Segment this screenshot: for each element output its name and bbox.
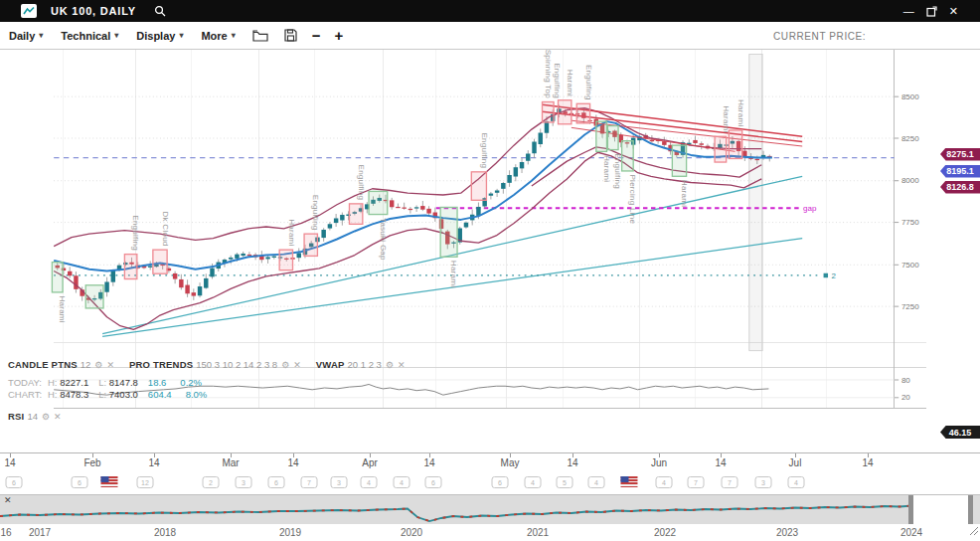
calendar-event-icon[interactable]: 7 (688, 476, 705, 488)
candle[interactable] (539, 128, 543, 147)
resize-grip-icon[interactable] (967, 522, 979, 540)
pattern-box-bull[interactable] (440, 207, 457, 257)
pattern-box-bear[interactable] (576, 103, 589, 123)
menu-timeframe-daily[interactable]: Daily▾ (9, 30, 43, 42)
candle[interactable] (198, 282, 202, 297)
us-flag-icon[interactable] (621, 476, 638, 487)
calendar-event-icon[interactable]: 4 (588, 476, 605, 488)
navigator-selection-window[interactable] (912, 495, 969, 525)
candle[interactable] (408, 207, 412, 214)
candle[interactable] (390, 198, 394, 210)
candle[interactable] (532, 139, 536, 158)
pattern-box-bear[interactable] (471, 172, 486, 200)
calendar-event-icon[interactable]: 7 (722, 476, 738, 488)
pattern-box-bull[interactable] (85, 285, 103, 308)
calendar-event-icon[interactable]: 3 (236, 476, 252, 488)
candle[interactable] (402, 203, 406, 210)
candle[interactable] (192, 288, 196, 300)
candle[interactable] (507, 170, 511, 187)
zoom-in-button[interactable]: + (334, 27, 343, 44)
pattern-box-bear[interactable] (279, 250, 292, 270)
pattern-box-bull[interactable] (622, 141, 634, 171)
candle[interactable] (520, 158, 524, 173)
pattern-box-bear[interactable] (715, 136, 727, 162)
pattern-box-bear[interactable] (559, 100, 572, 124)
calendar-event-icon[interactable]: 6 (425, 476, 442, 488)
menu-technical[interactable]: Technical▾ (61, 30, 118, 42)
gear-icon[interactable]: ⚙ (94, 360, 102, 370)
calendar-event-icon[interactable]: 4 (361, 476, 378, 488)
calendar-event-icon[interactable]: 6 (6, 476, 23, 488)
calendar-event-icon[interactable]: 7 (301, 476, 318, 488)
minimize-button[interactable]: — (903, 6, 914, 16)
close-icon[interactable]: ✕ (106, 360, 114, 370)
candle[interactable] (489, 192, 493, 200)
calendar-event-icon[interactable]: 4 (788, 476, 805, 488)
candle[interactable] (514, 164, 518, 181)
pattern-box-bull[interactable] (596, 121, 607, 151)
candle[interactable] (501, 182, 505, 194)
candle[interactable] (111, 270, 115, 286)
candle[interactable] (321, 228, 325, 242)
calendar-event-icon[interactable]: 3 (331, 476, 348, 488)
calendar-event-icon[interactable]: 5 (557, 476, 573, 488)
restore-button[interactable] (926, 6, 937, 17)
calendar-event-icon[interactable]: 6 (268, 476, 285, 488)
candle[interactable] (340, 213, 344, 226)
ma-band-line[interactable] (54, 152, 761, 329)
candle[interactable] (426, 206, 430, 215)
calendar-event-icon[interactable]: 4 (656, 476, 673, 488)
close-icon[interactable]: ✕ (293, 360, 301, 370)
candle[interactable] (68, 267, 72, 277)
zoom-out-button[interactable]: − (312, 27, 321, 44)
calendar-event-icon[interactable]: 4 (394, 476, 410, 488)
candle[interactable] (328, 222, 332, 230)
candle[interactable] (526, 150, 530, 164)
candle[interactable] (396, 204, 400, 209)
candle[interactable] (297, 248, 301, 262)
calendar-event-icon[interactable]: 6 (72, 476, 88, 488)
candle[interactable] (104, 277, 108, 297)
menu-more[interactable]: More▾ (201, 30, 235, 42)
candle[interactable] (204, 273, 208, 288)
candle[interactable] (458, 227, 462, 245)
candle[interactable] (259, 251, 263, 263)
pattern-box-bear[interactable] (304, 234, 317, 256)
pattern-box-bull[interactable] (52, 263, 63, 292)
pattern-box-bull[interactable] (672, 145, 686, 176)
menu-display[interactable]: Display▾ (136, 30, 183, 42)
us-flag-icon[interactable] (101, 476, 118, 487)
candle[interactable] (173, 271, 177, 284)
candle[interactable] (185, 279, 189, 297)
candle[interactable] (179, 274, 183, 290)
navigator-handle-right[interactable] (968, 495, 973, 525)
save-icon[interactable] (284, 29, 297, 42)
candle[interactable] (700, 141, 704, 149)
candle[interactable] (334, 214, 338, 227)
pattern-box-bear[interactable] (349, 204, 362, 224)
candle[interactable] (241, 252, 245, 258)
candle[interactable] (420, 201, 424, 211)
candle[interactable] (74, 271, 78, 293)
pattern-box-bear[interactable] (124, 255, 136, 279)
search-icon[interactable] (154, 5, 166, 17)
pattern-box-bear[interactable] (729, 130, 741, 158)
pattern-box-bull[interactable] (607, 126, 618, 150)
close-icon[interactable]: ✕ (54, 412, 62, 422)
gear-icon[interactable]: ⚙ (386, 360, 394, 370)
calendar-event-icon[interactable]: 6 (492, 476, 509, 488)
gear-icon[interactable]: ⚙ (42, 412, 50, 422)
calendar-event-icon[interactable]: 2 (203, 476, 220, 488)
navigator-close-icon[interactable]: ✕ (4, 495, 12, 505)
pattern-box-bull[interactable] (369, 191, 388, 214)
pattern-box-bear[interactable] (153, 250, 167, 273)
close-window-button[interactable]: ✕ (949, 6, 958, 16)
calendar-event-icon[interactable]: 12 (137, 476, 154, 488)
close-icon[interactable]: ✕ (398, 360, 406, 370)
timeline-navigator[interactable]: ✕ (0, 494, 980, 524)
candle[interactable] (433, 208, 437, 222)
candle[interactable] (414, 206, 418, 212)
candle[interactable] (693, 136, 697, 146)
pattern-box-bear[interactable] (543, 102, 555, 122)
candle[interactable] (495, 189, 499, 197)
